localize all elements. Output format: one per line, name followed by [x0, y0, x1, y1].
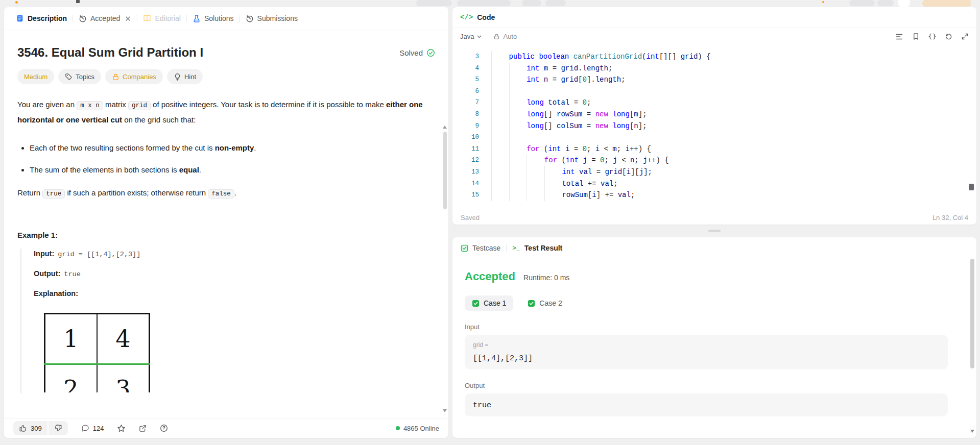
problem-tabbar: Description Accepted Editorial	[4, 7, 448, 30]
thumbs-down-icon	[54, 424, 62, 432]
grid-cell: 2	[45, 364, 97, 392]
undo-icon[interactable]	[945, 33, 952, 40]
testcase-checkbox-icon	[461, 244, 468, 252]
testcase-scroll-down-arrow[interactable]	[970, 430, 974, 433]
code-editor[interactable]: 3 public boolean canPartitionGrid(int[][…	[452, 45, 976, 216]
test-result-content: Accepted Runtime: 0 ms Case 1 Case 2	[452, 270, 976, 416]
return-statement: Return true if such a partition exists; …	[17, 186, 435, 201]
cursor-position: Ln 32, Col 4	[933, 214, 968, 221]
solved-check-icon	[426, 48, 435, 57]
example-output-line: Output:true	[34, 269, 435, 278]
tab-test-result[interactable]: >_ Test Result	[512, 244, 562, 252]
problem-statement: You are given an m x n matrix grid of po…	[17, 97, 435, 127]
scrollbar-thumb[interactable]	[443, 132, 447, 209]
online-status: 4865 Online	[396, 425, 439, 432]
companies-label: Companies	[123, 73, 156, 81]
auto-mode[interactable]: Auto	[493, 33, 517, 40]
nav-tab-decoration	[457, 0, 511, 6]
question-mark-icon	[160, 424, 168, 432]
problem-title: 3546. Equal Sum Grid Partition I	[17, 45, 203, 60]
like-button[interactable]: 309	[13, 421, 47, 435]
help-button[interactable]	[160, 424, 168, 432]
testcase-scrollbar-thumb[interactable]	[970, 259, 974, 368]
code-lines: 3 public boolean canPartitionGrid(int[][…	[452, 51, 976, 201]
nav-decoration	[76, 0, 80, 3]
comments-button[interactable]: 124	[81, 424, 104, 432]
nav-dot-decoration	[822, 1, 824, 3]
problem-content: 3546. Equal Sum Grid Partition I Solved …	[4, 45, 448, 393]
verdict-label: Accepted	[465, 270, 515, 283]
editor-scrollbar-thumb[interactable]	[969, 184, 974, 190]
expand-icon[interactable]	[961, 33, 969, 40]
braces-icon[interactable]	[928, 33, 936, 40]
tab-label: Accepted	[90, 14, 120, 22]
output-field-value: true	[473, 401, 940, 410]
example-block: Input:grid = [[1,4],[2,3]] Output:true E…	[20, 249, 435, 393]
case-selector: Case 1 Case 2	[465, 295, 948, 311]
tab-solutions[interactable]: Solutions	[188, 14, 238, 22]
case-check-icon	[528, 300, 535, 307]
badge-difficulty[interactable]: Medium	[17, 69, 54, 84]
input-box[interactable]: grid = [[1,4],[2,3]]	[465, 335, 948, 369]
share-button[interactable]	[139, 425, 147, 432]
topics-label: Topics	[76, 73, 94, 81]
grid-table: 1 4 2 3	[44, 313, 150, 392]
scroll-up-arrow[interactable]	[443, 126, 447, 129]
tab-divider	[186, 15, 187, 22]
history-clock-icon	[246, 14, 254, 22]
panel-resize-handle[interactable]	[708, 230, 721, 232]
code-tabbar: </> Code	[452, 7, 976, 28]
close-icon[interactable]	[125, 15, 131, 22]
terminal-icon: >_	[512, 244, 520, 252]
badge-hint[interactable]: Hint	[167, 69, 203, 84]
online-dot-icon	[396, 426, 400, 430]
testcase-tabbar: Testcase >_ Test Result	[452, 237, 976, 259]
example-input-line: Input:grid = [[1,4],[2,3]]	[34, 250, 435, 258]
badge-companies[interactable]: Companies	[105, 69, 163, 84]
dislike-button[interactable]	[49, 421, 68, 435]
badge-row: Medium Topics Companies	[17, 69, 435, 84]
lock-icon	[112, 73, 119, 81]
tab-editorial[interactable]: Editorial	[138, 14, 185, 22]
code-tab-label[interactable]: Code	[477, 13, 495, 21]
tab-description[interactable]: Description	[11, 14, 71, 22]
constraint-list: Each of the two resulting sections forme…	[17, 141, 435, 177]
lightbulb-icon	[174, 73, 181, 81]
grid-cell: 1	[45, 314, 97, 364]
problem-footer: 309 124	[4, 418, 448, 438]
bookmark-icon[interactable]	[912, 33, 920, 40]
tab-divider	[137, 15, 137, 22]
tab-divider	[240, 15, 240, 22]
hint-label: Hint	[184, 73, 196, 81]
input-section-label: Input	[465, 323, 948, 331]
output-label: Output:	[34, 269, 60, 278]
comment-icon	[81, 424, 89, 432]
share-icon	[139, 425, 147, 432]
tab-testcase[interactable]: Testcase	[461, 244, 500, 252]
format-code-icon[interactable]	[895, 33, 903, 41]
scroll-down-arrow[interactable]	[443, 409, 447, 412]
tab-submissions[interactable]: Submissions	[241, 14, 302, 22]
tab-accepted[interactable]: Accepted	[74, 14, 136, 22]
small-lock-icon	[493, 33, 500, 40]
case-2-chip[interactable]: Case 2	[520, 295, 569, 311]
tab-label: Test Result	[524, 244, 562, 252]
vote-buttons: 309	[13, 421, 68, 435]
difficulty-label: Medium	[24, 73, 47, 81]
badge-topics[interactable]: Topics	[58, 69, 101, 84]
language-selector[interactable]: Java	[460, 33, 482, 40]
code-icon: </>	[460, 13, 473, 21]
solved-label: Solved	[399, 48, 423, 57]
solved-status: Solved	[399, 48, 435, 57]
case-1-chip[interactable]: Case 1	[465, 295, 513, 311]
favorite-button[interactable]	[117, 424, 126, 433]
saved-status: Saved	[461, 214, 480, 221]
bullet-item: Each of the two resulting sections forme…	[30, 141, 435, 155]
bullet-item: The sum of the elements in both sections…	[30, 163, 435, 177]
online-count: 4865 Online	[403, 425, 439, 432]
history-clock-icon	[79, 14, 87, 22]
example-heading: Example 1:	[17, 231, 435, 239]
case-check-icon	[472, 300, 480, 307]
editor-statusbar: Saved Ln 32, Col 4	[452, 210, 976, 225]
case-label: Case 2	[539, 299, 562, 307]
